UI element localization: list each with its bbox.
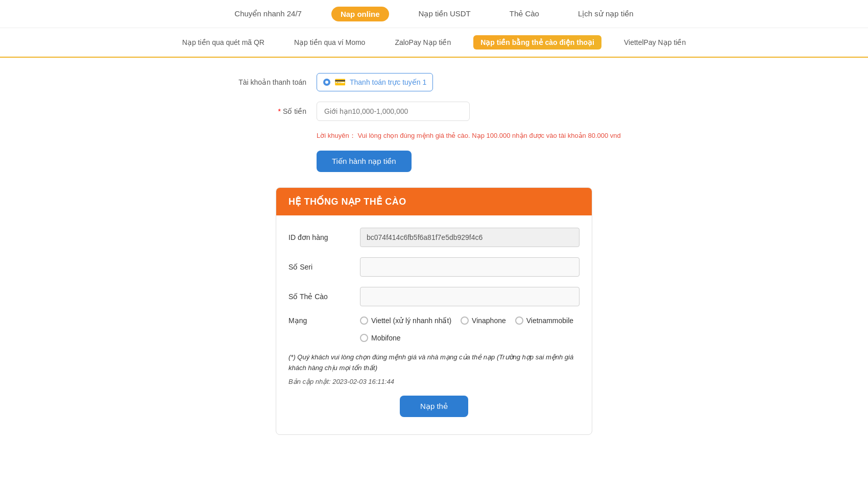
amount-row: *Số tiền <box>214 102 654 121</box>
note-text: (*) Quý khách vui lòng chọn đúng mệnh gi… <box>288 352 580 374</box>
card-number-row: Số Thẻ Cào <box>288 287 580 306</box>
network-vinaphone-radio[interactable] <box>461 316 469 325</box>
subnav-viettelpay[interactable]: ViettelPay Nạp tiền <box>617 35 693 50</box>
serial-row: Số Seri <box>288 257 580 277</box>
subnav-momo[interactable]: Nạp tiền qua ví Momo <box>287 35 372 50</box>
required-marker: * <box>278 107 281 115</box>
network-vietnammobile[interactable]: Vietnammobile <box>515 316 573 325</box>
network-vietnammobile-label: Vietnammobile <box>526 316 573 325</box>
amount-label: *Số tiền <box>214 107 317 115</box>
nav-lich-su[interactable]: Lịch sử nạp tiền <box>569 6 643 21</box>
nav-the-cao[interactable]: Thẻ Cào <box>500 6 548 21</box>
account-name: Thanh toán trực tuyến 1 <box>350 78 426 86</box>
update-text: Bản cập nhật: 2023-02-03 16:11:44 <box>288 378 580 385</box>
network-options: Viettel (xử lý nhanh nhất) Vinaphone Vie… <box>360 316 580 342</box>
subnav-qr[interactable]: Nạp tiền qua quét mã QR <box>175 35 272 50</box>
card-number-label: Số Thẻ Cào <box>288 292 360 301</box>
card-system-body: ID đơn hàng Số Seri Số Thẻ Cào Mạng Vi <box>276 215 592 434</box>
submit-button[interactable]: Nạp thẻ <box>400 396 468 417</box>
nav-nap-online[interactable]: Nap online <box>331 7 389 21</box>
account-icon: 💳 <box>334 77 346 88</box>
nav-nap-usdt[interactable]: Nạp tiền USDT <box>409 6 480 21</box>
order-id-label: ID đơn hàng <box>288 233 360 241</box>
network-viettel[interactable]: Viettel (xử lý nhanh nhất) <box>360 316 451 325</box>
nav-chuyen-nhanh[interactable]: Chuyển nhanh 24/7 <box>225 6 311 21</box>
advice-label: Lời khuyên： <box>317 132 356 139</box>
account-label: Tài khoản thanh toán <box>214 78 317 86</box>
subnav-zalopay[interactable]: ZaloPay Nạp tiền <box>388 35 458 50</box>
card-system-header: HỆ THỐNG NẠP THẺ CÀO <box>276 188 592 215</box>
subnav-the-cao-dt[interactable]: Nạp tiền bằng thẻ cào điện thoại <box>473 35 601 50</box>
sub-navigation: Nạp tiền qua quét mã QR Nạp tiền qua ví … <box>0 28 868 58</box>
network-vinaphone[interactable]: Vinaphone <box>461 316 506 325</box>
network-vietnammobile-radio[interactable] <box>515 316 523 325</box>
advice-row: Lời khuyên： Vui lòng chọn đúng mệnh giá … <box>214 131 654 140</box>
amount-input[interactable] <box>317 102 470 121</box>
proceed-button[interactable]: Tiến hành nạp tiền <box>317 151 412 172</box>
network-vinaphone-label: Vinaphone <box>472 316 506 325</box>
main-content: Tài khoản thanh toán 💳 Thanh toán trực t… <box>204 73 664 435</box>
serial-input[interactable] <box>360 257 580 277</box>
network-mobifone-label: Mobifone <box>371 334 401 342</box>
network-row: Mạng Viettel (xử lý nhanh nhất) Vinaphon… <box>288 316 580 342</box>
network-label: Mạng <box>288 316 360 325</box>
card-system-section: HỆ THỐNG NẠP THẺ CÀO ID đơn hàng Số Seri… <box>276 187 592 435</box>
advice-text: Vui lòng chọn đúng mệnh giá thẻ cào. Nạp… <box>358 132 621 139</box>
account-row: Tài khoản thanh toán 💳 Thanh toán trực t… <box>214 73 654 91</box>
serial-label: Số Seri <box>288 263 360 271</box>
account-selector[interactable]: 💳 Thanh toán trực tuyến 1 <box>317 73 433 91</box>
card-number-input[interactable] <box>360 287 580 306</box>
order-id-input <box>360 228 580 247</box>
top-navigation: Chuyển nhanh 24/7 Nap online Nạp tiền US… <box>0 0 868 28</box>
network-viettel-label: Viettel (xử lý nhanh nhất) <box>371 316 451 325</box>
order-id-row: ID đơn hàng <box>288 228 580 247</box>
network-mobifone[interactable]: Mobifone <box>360 334 401 342</box>
network-viettel-radio[interactable] <box>360 316 368 325</box>
account-radio <box>323 79 330 86</box>
network-mobifone-radio[interactable] <box>360 334 368 342</box>
